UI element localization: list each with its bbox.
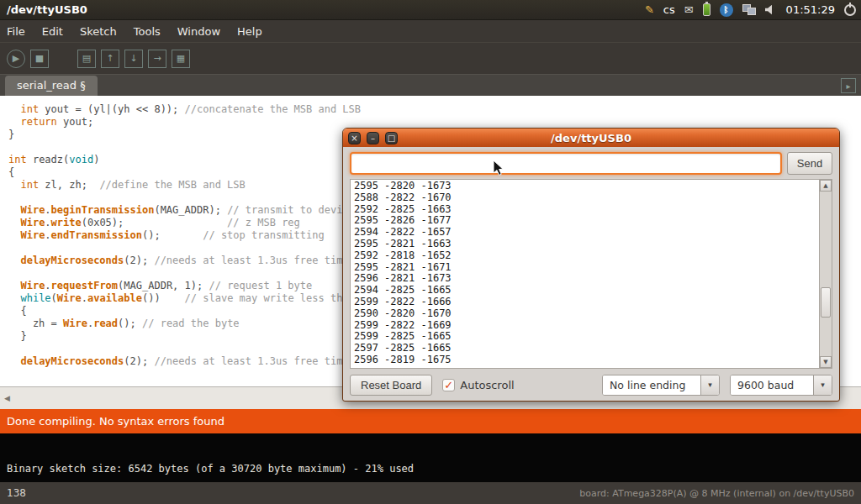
serial-line: 2592 -2825 -1663: [354, 204, 818, 216]
serial-line: 2595 -2826 -1677: [354, 215, 818, 227]
serial-input-field[interactable]: [350, 152, 782, 175]
baud-rate-value: 9600 baud: [731, 375, 813, 395]
board-info: board: ATmega328P(A) @ 8 MHz (internal) …: [579, 488, 861, 499]
desktop: /dev/ttyUSB0 ✎cs✉ᛒ01:51:29 FileEditSketc…: [0, 0, 861, 504]
menu-file[interactable]: File: [7, 25, 25, 38]
status-bar: Done compiling. No syntax errors found: [0, 409, 861, 433]
tab-menu-icon: ▸: [846, 81, 850, 91]
minimize-button[interactable]: –: [367, 132, 379, 144]
baud-rate-dropdown[interactable]: 9600 baud ▾: [730, 375, 832, 396]
serial-line: 2588 -2822 -1670: [354, 192, 818, 204]
serial-monitor-window: /dev/ttyUSB0 ×–□ Send 2595 -2820 -167325…: [342, 128, 840, 402]
clock[interactable]: 01:51:29: [786, 3, 835, 16]
checkmark-icon: ✓: [443, 380, 454, 391]
code-line: int yout = (yl|(yh << 8)); //concatenate…: [8, 103, 861, 116]
line-ending-value: No line ending: [603, 375, 700, 395]
console-text: Binary sketch size: 6542 bytes (of a 307…: [7, 463, 414, 475]
keyboard-layout-indicator[interactable]: cs: [663, 4, 675, 15]
scroll-left-icon[interactable]: ◀: [0, 394, 10, 402]
line-number-indicator: 138: [0, 487, 26, 499]
verify-button[interactable]: ▶: [7, 50, 25, 68]
serial-line: 2594 -2825 -1665: [354, 285, 818, 297]
window-buttons: ×–□: [343, 132, 398, 144]
note-icon[interactable]: ✎: [645, 4, 654, 15]
serial-output-lines: 2595 -2820 -16732588 -2822 -16702592 -28…: [354, 181, 818, 368]
serial-line: 2596 -2821 -1673: [354, 273, 818, 285]
code-line: return yout;: [8, 116, 861, 129]
new-sketch-button[interactable]: ▤: [77, 50, 96, 68]
menu-help[interactable]: Help: [237, 25, 262, 38]
serial-monitor-titlebar[interactable]: /dev/ttyUSB0 ×–□: [343, 129, 839, 147]
chevron-down-icon[interactable]: ▾: [813, 375, 832, 395]
session-power-icon[interactable]: [844, 4, 856, 16]
status-message: Done compiling. No syntax errors found: [7, 415, 224, 428]
send-button[interactable]: Send: [787, 152, 832, 175]
mail-icon[interactable]: ✉: [684, 4, 694, 15]
serial-output-area[interactable]: 2595 -2820 -16732588 -2822 -16702592 -28…: [350, 179, 832, 369]
serial-monitor-icon: ▦: [177, 54, 185, 63]
close-button[interactable]: ×: [348, 132, 361, 144]
serial-line: 2597 -2825 -1665: [354, 343, 818, 354]
serial-line: 2599 -2822 -1669: [354, 320, 818, 332]
serial-line: 2595 -2821 -1663: [354, 239, 818, 250]
menu-edit[interactable]: Edit: [42, 25, 63, 38]
footer-status-bar: 138 board: ATmega328P(A) @ 8 MHz (intern…: [0, 482, 861, 504]
scroll-down-icon[interactable]: ▼: [820, 356, 832, 368]
verify-icon: ▶: [13, 54, 19, 63]
menu-window[interactable]: Window: [177, 25, 220, 38]
tab-serial-read[interactable]: serial_read §: [5, 76, 98, 96]
serial-monitor-title: /dev/ttyUSB0: [343, 132, 839, 144]
serial-line: 2594 -2822 -1657: [354, 227, 818, 239]
scroll-up-icon[interactable]: ▲: [820, 180, 832, 192]
serial-line: 2595 -2821 -1671: [354, 262, 818, 274]
save-icon: ↓: [129, 54, 137, 63]
serial-line: 2596 -2819 -1675: [354, 354, 818, 366]
new-sketch-icon: ▤: [82, 54, 91, 63]
tab-menu-button[interactable]: ▸: [841, 78, 856, 93]
stop-button[interactable]: ■: [30, 50, 49, 68]
serial-input-row: Send: [350, 152, 832, 175]
serial-bottom-row: Reset Board ✓ Autoscroll No line ending …: [350, 374, 832, 396]
serial-line: 2599 -2825 -1665: [354, 331, 818, 343]
menu-sketch[interactable]: Sketch: [80, 25, 117, 38]
stop-icon: ■: [35, 54, 44, 63]
serial-line: 2592 -2818 -1652: [354, 250, 818, 262]
tab-bar: serial_read § ▸: [0, 74, 861, 96]
save-button[interactable]: ↓: [124, 50, 143, 68]
upload-icon: →: [153, 54, 161, 63]
toolbar: ▶■▤↑↓→▦: [0, 42, 861, 74]
upload-button[interactable]: →: [148, 50, 166, 68]
reset-board-button[interactable]: Reset Board: [350, 375, 432, 396]
open-icon: ↑: [106, 54, 114, 63]
chevron-down-icon[interactable]: ▾: [700, 375, 719, 395]
maximize-button[interactable]: □: [385, 132, 398, 144]
menu-tools[interactable]: Tools: [134, 25, 161, 38]
serial-line: 2590 -2820 -1670: [354, 308, 818, 320]
line-ending-dropdown[interactable]: No line ending ▾: [602, 375, 720, 396]
top-panel: /dev/ttyUSB0 ✎cs✉ᛒ01:51:29: [0, 0, 861, 20]
console-output: Binary sketch size: 6542 bytes (of a 307…: [0, 433, 861, 482]
serial-vscrollbar[interactable]: ▲ ▼: [819, 180, 832, 368]
open-button[interactable]: ↑: [101, 50, 119, 68]
scrollbar-thumb[interactable]: [821, 287, 831, 318]
autoscroll-checkbox[interactable]: ✓: [442, 379, 455, 391]
serial-line: 2599 -2822 -1666: [354, 297, 818, 308]
bluetooth-icon[interactable]: ᛒ: [720, 3, 733, 17]
menubar: FileEditSketchToolsWindowHelp: [0, 20, 861, 42]
autoscroll-label: Autoscroll: [460, 379, 514, 391]
system-tray: ✎cs✉ᛒ01:51:29: [645, 3, 861, 17]
volume-icon[interactable]: [765, 5, 777, 15]
serial-monitor-button[interactable]: ▦: [172, 50, 190, 68]
network-icon[interactable]: [742, 4, 756, 15]
serial-line: 2595 -2820 -1673: [354, 181, 818, 192]
panel-window-title: /dev/ttyUSB0: [0, 3, 87, 16]
battery-icon[interactable]: [703, 3, 710, 16]
